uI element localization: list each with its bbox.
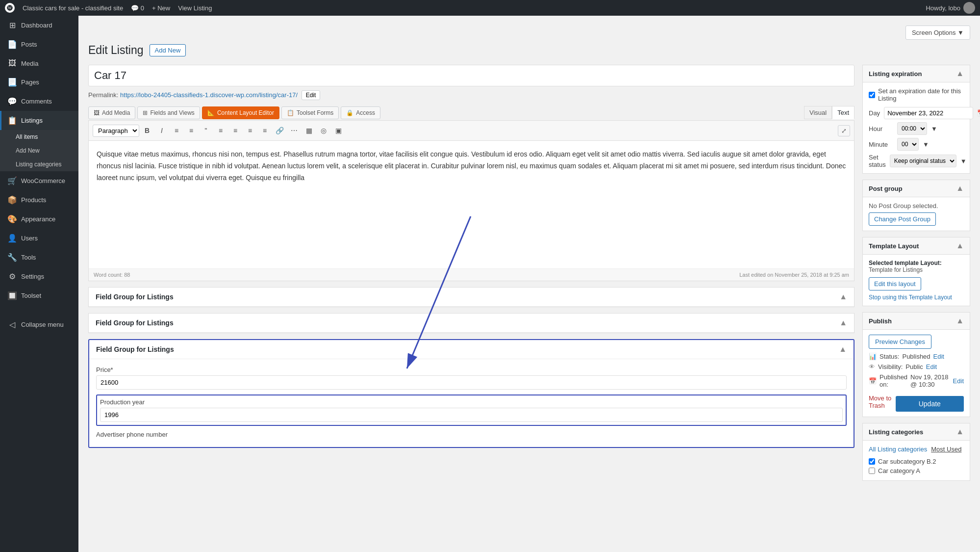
- move-to-trash-link[interactable]: Move to Trash: [869, 394, 896, 409]
- sidebar-item-tools[interactable]: 🔧 Tools: [0, 248, 78, 267]
- align-center-button[interactable]: ≡: [228, 124, 242, 137]
- expiration-status-row: Set status Keep original status ▼: [869, 154, 964, 168]
- listing-categories-panel: Listing categories ▲ All Listing categor…: [862, 423, 970, 481]
- template-layout-body: Selected template Layout: Template for L…: [863, 255, 970, 306]
- adminbar-site-name[interactable]: Classic cars for sale - classified site: [23, 4, 123, 12]
- permalink-edit-button[interactable]: Edit: [302, 90, 321, 100]
- sidebar-item-products[interactable]: 📦 Products: [0, 190, 78, 210]
- production-year-input[interactable]: [100, 408, 843, 422]
- sidebar-item-dashboard[interactable]: ⊞ Dashboard: [0, 16, 78, 35]
- more-btn3[interactable]: ◎: [317, 124, 330, 137]
- content-layout-editor-button[interactable]: 📐 Content Layout Editor: [202, 106, 279, 119]
- wp-logo[interactable]: W: [5, 3, 15, 13]
- field-price: Price*: [96, 366, 847, 394]
- cat-filter-all[interactable]: All Listing categories: [869, 446, 927, 453]
- tab-visual[interactable]: Visual: [804, 106, 832, 119]
- sidebar-item-comments[interactable]: 💬 Comments: [0, 92, 78, 111]
- field-group-3-collapse-icon: ▲: [839, 345, 847, 354]
- more-btn2[interactable]: ▦: [302, 124, 316, 137]
- sidebar-item-appearance[interactable]: 🎨 Appearance: [0, 210, 78, 229]
- publish-header[interactable]: Publish ▲: [863, 313, 970, 330]
- sidebar-item-add-new[interactable]: Add New: [16, 144, 78, 158]
- adminbar-comments[interactable]: 💬 0: [131, 4, 144, 12]
- expiration-minute-select[interactable]: 00: [897, 138, 919, 151]
- listing-categories-header[interactable]: Listing categories ▲: [863, 423, 970, 441]
- expiration-hour-row: Hour 00:00 ▼: [869, 122, 964, 135]
- link-button[interactable]: 🔗: [273, 124, 286, 137]
- expiration-checkbox[interactable]: [869, 92, 875, 98]
- publish-date-row: 📅 Published on: Nov 19, 2018 @ 10:30 Edi…: [869, 373, 964, 388]
- field-production-year-highlighted: Production year: [96, 394, 847, 426]
- field-group-1-header[interactable]: Field Group for Listings ▲: [89, 288, 854, 307]
- listing-expiration-header[interactable]: Listing expiration ▲: [863, 65, 970, 82]
- sidebar-item-woocommerce[interactable]: 🛒 WooCommerce: [0, 171, 78, 190]
- adminbar-new[interactable]: + New: [152, 4, 170, 12]
- access-button[interactable]: 🔒 Access: [341, 106, 380, 119]
- post-title-input[interactable]: [88, 65, 854, 86]
- sidebar-item-all-items[interactable]: All items: [16, 130, 78, 144]
- cat-filter-most-used[interactable]: Most Used: [931, 446, 961, 453]
- publish-status-edit[interactable]: Edit: [933, 353, 944, 360]
- align-right-button[interactable]: ≡: [243, 124, 257, 137]
- more-btn1[interactable]: ⋯: [287, 124, 301, 137]
- expiration-day-label: Day: [869, 109, 880, 117]
- unordered-list-button[interactable]: ≡: [170, 124, 183, 137]
- field-group-3: Field Group for Listings ▲ Price* Produc…: [88, 339, 854, 448]
- sidebar-item-media[interactable]: 🖼 Media: [0, 54, 78, 73]
- add-media-button[interactable]: 🖼 Add Media: [88, 106, 135, 119]
- publish-published-value: Nov 19, 2018 @ 10:30: [910, 373, 950, 388]
- listing-categories-body: All Listing categories Most Used Car sub…: [863, 441, 970, 480]
- edit-this-layout-button[interactable]: Edit this layout: [869, 277, 921, 290]
- collapse-menu[interactable]: ◁ Collapse menu: [0, 315, 78, 334]
- sidebar-item-settings[interactable]: ⚙ Settings: [0, 267, 78, 286]
- cat-checkbox-2[interactable]: [869, 468, 875, 474]
- publish-published-edit[interactable]: Edit: [953, 377, 964, 385]
- ordered-list-button[interactable]: ≡: [184, 124, 198, 137]
- cat-checkbox-1[interactable]: [869, 458, 875, 465]
- sidebar-item-label: Dashboard: [21, 22, 52, 29]
- italic-button[interactable]: I: [155, 124, 169, 137]
- comments-icon: 💬: [7, 97, 17, 106]
- field-group-3-header[interactable]: Field Group for Listings ▲: [89, 340, 854, 359]
- screen-options-button[interactable]: Screen Options ▼: [905, 26, 970, 40]
- sidebar-item-posts[interactable]: 📄 Posts: [0, 35, 78, 54]
- toolset-forms-button[interactable]: 📋 Toolset Forms: [281, 106, 339, 119]
- editor-content[interactable]: Quisque vitae metus maximus, rhoncus nis…: [89, 141, 854, 268]
- blockquote-button[interactable]: ": [199, 124, 213, 137]
- adminbar-view-listing[interactable]: View Listing: [178, 4, 212, 12]
- calendar-icon[interactable]: 📅: [977, 109, 980, 117]
- expand-editor-button[interactable]: ⤢: [838, 125, 850, 136]
- preview-changes-button[interactable]: Preview Changes: [869, 335, 931, 349]
- more-btn4[interactable]: ▣: [331, 124, 345, 137]
- post-group-header[interactable]: Post group ▲: [863, 180, 970, 197]
- price-label: Price*: [96, 366, 847, 373]
- sidebar-sub-label: All items: [16, 133, 38, 140]
- listing-categories-collapse-icon: ▲: [956, 427, 964, 436]
- publish-visibility-edit[interactable]: Edit: [926, 363, 937, 370]
- field-group-2-header[interactable]: Field Group for Listings ▲: [89, 314, 854, 333]
- permalink-url[interactable]: https://lobo-24405-classifieds-1.discove…: [120, 91, 298, 99]
- update-button[interactable]: Update: [896, 396, 964, 412]
- align-justify-button[interactable]: ≡: [258, 124, 272, 137]
- tools-icon: 🔧: [7, 253, 17, 262]
- format-select[interactable]: Paragraph: [93, 125, 139, 137]
- change-post-group-button[interactable]: Change Post Group: [869, 212, 936, 226]
- fields-and-views-button[interactable]: ⊞ Fields and Views: [137, 106, 200, 119]
- minute-arrow-icon: ▼: [923, 141, 929, 148]
- stop-using-link[interactable]: Stop using this Template Layout: [869, 294, 952, 301]
- sidebar-item-listing-categories[interactable]: Listing categories: [16, 158, 78, 171]
- sidebar-item-users[interactable]: 👤 Users: [0, 229, 78, 248]
- sidebar-collapse-label: Collapse menu: [21, 321, 64, 328]
- add-new-button[interactable]: Add New: [150, 44, 186, 56]
- price-input[interactable]: [96, 375, 847, 390]
- bold-button[interactable]: B: [140, 124, 154, 137]
- expiration-hour-select[interactable]: 00:00: [897, 122, 927, 135]
- sidebar-item-toolset[interactable]: 🔲 Toolset: [0, 286, 78, 305]
- expiration-status-select[interactable]: Keep original status: [890, 155, 956, 167]
- sidebar-item-pages[interactable]: 📃 Pages: [0, 73, 78, 92]
- align-left-button[interactable]: ≡: [214, 124, 227, 137]
- sidebar-item-listings[interactable]: 📋 Listings: [0, 111, 78, 130]
- tab-text[interactable]: Text: [832, 106, 854, 119]
- template-layout-header[interactable]: Template Layout ▲: [863, 237, 970, 255]
- expiration-day-input[interactable]: [884, 107, 973, 119]
